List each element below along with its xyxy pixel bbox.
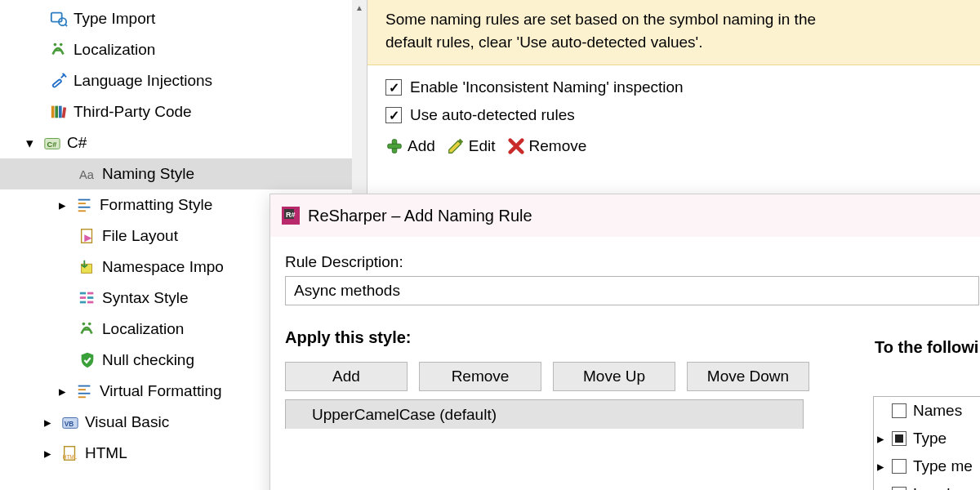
svg-point-29 <box>82 323 86 326</box>
tree-label: Type Import <box>74 10 155 28</box>
tree-item-third-party[interactable]: Third-Party Code <box>0 96 367 127</box>
svg-rect-11 <box>59 106 62 118</box>
svg-rect-12 <box>62 107 66 118</box>
remove-rule-button[interactable]: Remove <box>507 137 587 155</box>
checkbox-icon[interactable] <box>385 107 402 123</box>
info-line-1: Some naming rules are set based on the s… <box>385 8 962 31</box>
tree-label: Naming Style <box>102 165 194 183</box>
tree-label: Formatting Style <box>100 196 212 214</box>
svg-point-30 <box>88 323 91 326</box>
expand-arrow-icon[interactable] <box>877 430 892 448</box>
shield-icon <box>78 350 97 370</box>
style-moveup-button[interactable]: Move Up <box>553 362 675 391</box>
rule-description-label: Rule Description: <box>285 253 980 271</box>
svg-text:VB: VB <box>65 421 74 428</box>
entities-list: Names Type Type me Local va <box>873 396 980 490</box>
tree-item-localization[interactable]: Localization <box>0 34 367 65</box>
type-import-icon <box>49 9 69 29</box>
entity-label: Names <box>913 402 962 420</box>
expand-arrow-icon[interactable] <box>59 196 75 214</box>
svg-rect-23 <box>80 292 86 295</box>
tree-label: Localization <box>102 320 184 338</box>
svg-rect-41 <box>388 144 402 149</box>
syntax-icon <box>78 288 97 308</box>
entity-local-var[interactable]: Local va <box>874 480 980 490</box>
rules-toolbar: Add Edit Remove <box>368 134 980 163</box>
namespace-icon <box>78 257 97 277</box>
vb-icon: VB <box>60 412 80 432</box>
entity-type[interactable]: Type <box>874 425 980 452</box>
entity-namespace[interactable]: Names <box>874 397 980 425</box>
tree-label: Syntax Style <box>102 289 189 307</box>
style-add-button[interactable]: Add <box>285 362 408 391</box>
svg-point-3 <box>54 43 57 47</box>
svg-line-2 <box>65 24 67 26</box>
tree-label: Namespace Impo <box>102 258 224 276</box>
localization-icon <box>78 319 97 339</box>
format-icon <box>75 195 95 215</box>
style-remove-button[interactable]: Remove <box>419 362 541 391</box>
entity-label: Local va <box>913 485 971 490</box>
tree-label: Language Injections <box>74 72 212 90</box>
plus-icon <box>385 137 403 155</box>
expand-arrow-icon[interactable] <box>44 413 60 431</box>
expand-arrow-icon[interactable] <box>877 457 892 475</box>
checkbox-icon[interactable] <box>892 431 906 446</box>
checkbox-icon[interactable] <box>385 79 402 96</box>
expand-arrow-icon[interactable] <box>26 134 42 152</box>
entity-type-member[interactable]: Type me <box>874 452 980 480</box>
format-icon <box>75 381 95 401</box>
style-movedown-button[interactable]: Move Down <box>687 362 809 391</box>
svg-point-4 <box>60 43 63 47</box>
svg-rect-10 <box>55 106 58 118</box>
add-rule-button[interactable]: Add <box>385 137 435 155</box>
info-line-2: default rules, clear 'Use auto-detected … <box>385 31 962 54</box>
expand-arrow-icon[interactable] <box>877 485 892 490</box>
html-icon: HTML <box>60 443 80 463</box>
library-icon <box>49 102 69 122</box>
x-icon <box>507 137 525 155</box>
localization-icon <box>49 40 69 60</box>
tree-label: Visual Basic <box>85 413 169 431</box>
scroll-up-icon[interactable] <box>352 0 367 15</box>
tree-label: Localization <box>74 41 155 59</box>
checkbox-icon[interactable] <box>892 487 906 490</box>
dialog-titlebar: R# ReSharper – Add Naming Rule <box>270 194 980 237</box>
svg-rect-25 <box>80 296 86 299</box>
pencil-icon <box>447 137 465 155</box>
svg-rect-26 <box>87 296 93 299</box>
checkbox-icon[interactable] <box>892 459 906 474</box>
tree-item-naming-style[interactable]: Aa Naming Style <box>0 158 367 189</box>
tree-item-csharp[interactable]: C# C# <box>0 127 367 158</box>
expand-arrow-icon[interactable] <box>59 382 75 400</box>
svg-rect-6 <box>52 79 61 87</box>
check-label: Enable 'Inconsistent Naming' inspection <box>410 78 684 96</box>
csharp-icon: C# <box>42 133 62 153</box>
entity-label: Type <box>913 430 947 448</box>
injection-icon <box>49 71 69 91</box>
file-layout-icon <box>78 226 97 246</box>
entities-heading: To the followi <box>873 338 980 357</box>
check-inconsistent-naming[interactable]: Enable 'Inconsistent Naming' inspection <box>385 78 962 96</box>
button-label: Add <box>408 137 435 155</box>
tree-label: Null checking <box>102 351 194 369</box>
tree-item-type-import[interactable]: Type Import <box>0 3 367 34</box>
style-list-item[interactable]: UpperCamelCase (default) <box>286 400 803 429</box>
expand-arrow-icon[interactable] <box>44 444 60 462</box>
svg-text:R#: R# <box>286 211 296 219</box>
tree-item-language-injections[interactable]: Language Injections <box>0 65 367 96</box>
info-banner: Some naming rules are set based on the s… <box>368 0 980 65</box>
rule-description-input[interactable]: Async methods <box>285 276 979 305</box>
tree-label: C# <box>67 134 87 152</box>
svg-text:HTML: HTML <box>63 454 78 460</box>
checkbox-icon[interactable] <box>892 403 906 418</box>
entity-label: Type me <box>913 457 973 475</box>
check-auto-detected[interactable]: Use auto-detected rules <box>385 106 962 124</box>
edit-rule-button[interactable]: Edit <box>447 137 496 155</box>
svg-marker-42 <box>449 141 461 154</box>
tree-label: File Layout <box>102 227 178 245</box>
style-list[interactable]: UpperCamelCase (default) <box>285 399 804 429</box>
button-label: Edit <box>469 137 496 155</box>
tree-label: Virtual Formatting <box>100 382 222 400</box>
check-label: Use auto-detected rules <box>410 106 575 124</box>
